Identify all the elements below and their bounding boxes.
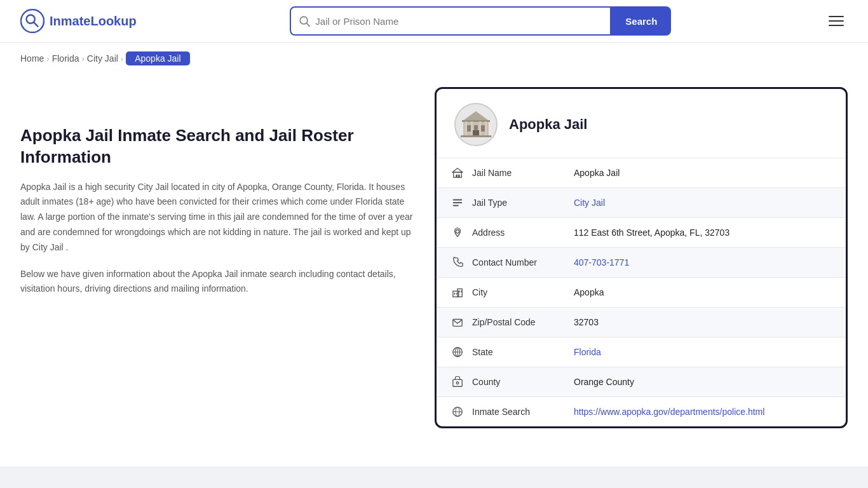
svg-point-0 (21, 10, 44, 32)
search-input[interactable] (315, 16, 602, 27)
main-content: Apopka Jail Inmate Search and Jail Roste… (0, 74, 868, 454)
svg-rect-6 (467, 125, 471, 132)
breadcrumb: Home › Florida › City Jail › Apopka Jail (0, 43, 868, 74)
row-value-0: Apopka Jail (574, 168, 833, 178)
svg-rect-26 (458, 289, 462, 297)
page-description-2: Below we have given information about th… (20, 267, 414, 297)
row-label-2: Address (472, 227, 574, 238)
menu-button[interactable] (825, 12, 848, 30)
search-globe-icon (449, 406, 466, 417)
search-button[interactable]: Search (611, 6, 671, 36)
row-value-6[interactable]: Florida (574, 347, 833, 357)
info-row-city: CityApopka (437, 278, 846, 308)
svg-rect-14 (471, 121, 473, 135)
jail-avatar (454, 103, 498, 146)
row-value-2: 112 East 6th Street, Apopka, FL, 32703 (574, 227, 833, 238)
row-value-7: Orange County (574, 377, 833, 387)
svg-marker-9 (462, 111, 490, 121)
svg-rect-15 (479, 121, 481, 135)
city-icon (449, 287, 466, 298)
right-column: Apopka Jail Jail NameApopka JailJail Typ… (435, 87, 848, 428)
row-label-5: Zip/Postal Code (472, 317, 574, 327)
hamburger-line-3 (829, 25, 844, 26)
site-header: InmateLookup Search (0, 0, 868, 43)
building-icon (449, 167, 466, 179)
svg-line-4 (307, 24, 310, 27)
row-label-1: Jail Type (472, 198, 574, 208)
info-rows: Jail NameApopka JailJail TypeCity JailAd… (437, 158, 846, 426)
breadcrumb-home[interactable]: Home (20, 53, 44, 64)
info-row-address: Address112 East 6th Street, Apopka, FL, … (437, 218, 846, 248)
svg-rect-21 (453, 200, 462, 201)
county-icon (449, 376, 466, 388)
svg-rect-31 (453, 320, 462, 327)
row-value-1[interactable]: City Jail (574, 198, 833, 208)
svg-rect-12 (461, 135, 491, 137)
svg-rect-22 (453, 202, 462, 203)
hamburger-line-2 (829, 20, 844, 22)
info-row-contact-number: Contact Number407-703-1771 (437, 248, 846, 278)
jail-building-icon (459, 107, 493, 142)
svg-rect-29 (459, 290, 460, 292)
row-link-1[interactable]: City Jail (574, 198, 605, 208)
row-value-3[interactable]: 407-703-1771 (574, 257, 833, 268)
svg-rect-8 (481, 125, 485, 132)
svg-rect-13 (465, 121, 467, 135)
breadcrumb-florida[interactable]: Florida (52, 53, 79, 64)
list-icon (449, 197, 466, 208)
search-area: Search (290, 6, 671, 36)
svg-point-24 (456, 230, 459, 233)
phone-icon (449, 257, 466, 268)
svg-rect-23 (453, 205, 459, 207)
row-label-4: City (472, 287, 574, 297)
svg-rect-27 (454, 293, 456, 295)
info-row-inmate-search: Inmate Searchhttps://www.apopka.gov/depa… (437, 397, 846, 426)
svg-rect-36 (453, 379, 462, 386)
breadcrumb-current: Apopka Jail (126, 51, 189, 65)
svg-point-37 (456, 382, 459, 384)
breadcrumb-sep-2: › (82, 54, 85, 64)
page-description-1: Apopka Jail is a high security City Jail… (20, 180, 414, 255)
info-row-zip/postal-code: Zip/Postal Code32703 (437, 308, 846, 337)
mail-icon (449, 316, 466, 328)
svg-rect-19 (456, 175, 458, 178)
svg-rect-28 (456, 293, 458, 295)
row-link-3[interactable]: 407-703-1771 (574, 257, 629, 268)
info-row-state: StateFlorida (437, 337, 846, 367)
row-value-8[interactable]: https://www.apopka.gov/departments/polic… (574, 407, 833, 417)
logo-icon (20, 9, 44, 33)
row-link-8[interactable]: https://www.apopka.gov/departments/polic… (574, 407, 764, 417)
left-column: Apopka Jail Inmate Search and Jail Roste… (20, 87, 414, 297)
jail-card: Apopka Jail Jail NameApopka JailJail Typ… (435, 87, 848, 428)
hamburger-line-1 (829, 16, 844, 17)
row-label-3: Contact Number (472, 257, 574, 268)
info-row-jail-type: Jail TypeCity Jail (437, 188, 846, 218)
breadcrumb-city-jail[interactable]: City Jail (87, 53, 118, 64)
svg-rect-30 (461, 290, 462, 292)
logo-link[interactable]: InmateLookup (20, 9, 137, 33)
row-link-6[interactable]: Florida (574, 347, 601, 357)
card-header: Apopka Jail (437, 89, 846, 158)
breadcrumb-sep-1: › (46, 54, 49, 64)
svg-rect-20 (458, 175, 460, 178)
logo-text: InmateLookup (50, 14, 137, 29)
info-row-county: CountyOrange County (437, 367, 846, 397)
row-value-5: 32703 (574, 317, 833, 327)
page-title: Apopka Jail Inmate Search and Jail Roste… (20, 125, 414, 168)
footer-bar (0, 466, 868, 488)
svg-marker-18 (452, 168, 463, 172)
breadcrumb-sep-3: › (121, 54, 123, 64)
row-label-7: County (472, 377, 574, 387)
card-title: Apopka Jail (509, 116, 587, 133)
row-value-4: Apopka (574, 287, 833, 297)
search-icon (299, 15, 310, 27)
globe-icon (449, 346, 466, 358)
row-label-0: Jail Name (472, 168, 574, 178)
info-row-jail-name: Jail NameApopka Jail (437, 158, 846, 188)
row-label-6: State (472, 347, 574, 357)
location-icon (449, 227, 466, 238)
search-wrapper (290, 6, 611, 36)
row-label-8: Inmate Search (472, 407, 574, 417)
svg-rect-16 (485, 121, 487, 135)
